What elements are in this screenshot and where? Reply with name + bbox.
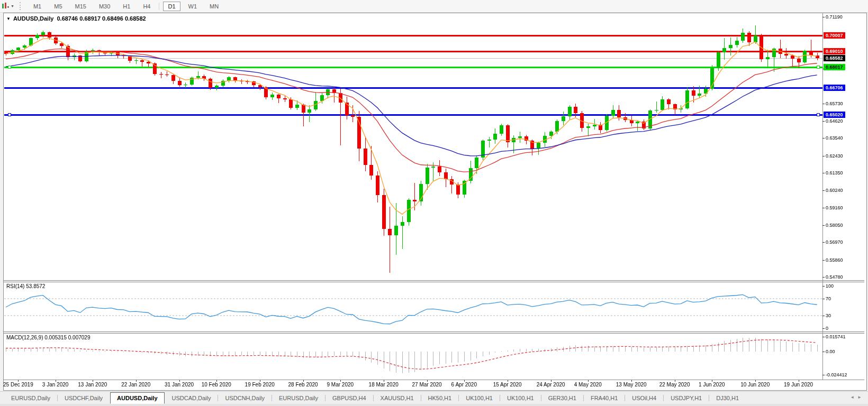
time-axis-label: 19 Feb 2020 bbox=[236, 382, 284, 387]
chart-ohlc-values: 0.68746 0.68917 0.68496 0.68582 bbox=[57, 15, 146, 22]
time-axis-label: 9 Mar 2020 bbox=[317, 382, 364, 387]
macd-tick-mark bbox=[822, 375, 825, 375]
price-badge: 0.68017 bbox=[824, 64, 845, 70]
price-tick-mark bbox=[822, 17, 825, 17]
price-badge: 0.68582 bbox=[824, 55, 845, 61]
tab-audusd-daily[interactable]: AUDUSD,Daily bbox=[110, 392, 164, 404]
timeframe-button-h1[interactable]: H1 bbox=[118, 2, 135, 11]
rsi-tick-label: 70 bbox=[826, 296, 831, 301]
rsi-tick-mark bbox=[822, 299, 825, 299]
tab-ger30-h1[interactable]: GER30,H1 bbox=[541, 393, 583, 403]
macd-tick-label: 0.015741 bbox=[826, 334, 846, 339]
price-tick-mark bbox=[822, 173, 825, 173]
tab-dj30-h1[interactable]: DJ30,H1 bbox=[709, 393, 746, 403]
timeframe-button-d1[interactable]: D1 bbox=[163, 2, 180, 11]
price-badge: 0.66706 bbox=[824, 85, 845, 91]
time-axis-label: 22 Jan 2020 bbox=[112, 382, 160, 387]
price-tick-label: 0.56970 bbox=[826, 239, 843, 245]
price-tick-label: 0.63540 bbox=[826, 135, 843, 141]
timeframe-button-m30[interactable]: M30 bbox=[94, 2, 115, 11]
price-tick-label: 0.62430 bbox=[826, 153, 843, 159]
tab-usoil-h4[interactable]: USOil,H4 bbox=[625, 393, 663, 403]
rsi-tick-label: 0 bbox=[826, 326, 828, 331]
time-axis-label: 10 Jun 2020 bbox=[731, 382, 779, 387]
price-tick-mark bbox=[822, 121, 825, 122]
toolbar-drag-handle[interactable] bbox=[20, 2, 23, 10]
tab-scroll-right-icon[interactable]: ► bbox=[857, 395, 865, 400]
candlestick-chart-icon[interactable]: ◂ bbox=[1, 3, 10, 10]
price-tick-mark bbox=[822, 104, 825, 104]
tab-uk100-h1[interactable]: UK100,H1 bbox=[500, 393, 541, 403]
price-tick-mark bbox=[822, 242, 825, 243]
macd-tick-label: 0.00 bbox=[826, 349, 835, 354]
macd-tick-mark bbox=[822, 352, 825, 352]
macd-tick-mark bbox=[822, 337, 825, 337]
chart-dropdown-icon[interactable]: ▼ bbox=[6, 16, 11, 21]
time-axis-label: 1 Jun 2020 bbox=[688, 382, 736, 387]
time-axis-label: 4 May 2020 bbox=[564, 382, 612, 387]
chart-tab-bar: EURUSD,DailyUSDCHF,DailyAUDUSD,DailyUSDC… bbox=[0, 391, 868, 404]
price-tick-label: 0.64620 bbox=[826, 118, 843, 124]
price-tick-label: 0.65730 bbox=[826, 101, 843, 106]
price-badge: 0.65020 bbox=[824, 112, 845, 118]
time-axis-label: 19 Jun 2020 bbox=[775, 382, 822, 387]
time-axis-label: 15 Apr 2020 bbox=[484, 382, 531, 387]
tab-eurusd-daily[interactable]: EURUSD,Daily bbox=[4, 393, 57, 403]
time-axis-label: 13 Jan 2020 bbox=[69, 382, 116, 387]
price-tick-label: 0.60240 bbox=[826, 188, 843, 193]
toolbar-separator bbox=[159, 3, 159, 10]
price-tick-label: 0.71190 bbox=[826, 14, 843, 20]
timeframe-button-w1[interactable]: W1 bbox=[184, 2, 202, 11]
timeframe-button-h4[interactable]: H4 bbox=[138, 2, 155, 11]
price-badge: 0.69010 bbox=[824, 48, 845, 54]
rsi-tick-mark bbox=[822, 328, 825, 329]
tab-eurusd-daily[interactable]: EURUSD,Daily bbox=[272, 393, 325, 403]
price-tick-label: 0.58050 bbox=[826, 223, 843, 228]
chart-canvas[interactable] bbox=[4, 13, 822, 391]
time-axis-label: 18 Mar 2020 bbox=[360, 382, 408, 387]
price-tick-label: 0.59160 bbox=[826, 205, 843, 210]
time-axis-label: 10 Feb 2020 bbox=[193, 382, 240, 387]
time-axis-border bbox=[4, 380, 864, 380]
macd-tick-label: -0.024412 bbox=[826, 372, 847, 377]
time-axis-label: 6 Apr 2020 bbox=[440, 382, 488, 387]
rsi-tick-label: 100 bbox=[826, 283, 834, 289]
timeframe-button-mn[interactable]: MN bbox=[205, 2, 223, 11]
tab-scroll-left-icon[interactable]: ◄ bbox=[850, 395, 857, 400]
time-axis-label: 13 May 2020 bbox=[608, 382, 655, 387]
tab-usdcnh-daily[interactable]: USDCNH,Daily bbox=[218, 393, 272, 403]
tab-hk50-h1[interactable]: HK50,H1 bbox=[421, 393, 459, 403]
pane-separator-macd[interactable] bbox=[4, 331, 864, 334]
price-tick-mark bbox=[822, 277, 825, 278]
tab-usdcad-daily[interactable]: USDCAD,Daily bbox=[165, 393, 218, 403]
tab-xauusd-h1[interactable]: XAUUSD,H1 bbox=[374, 393, 421, 403]
price-tick-mark bbox=[822, 225, 825, 226]
price-axis-border bbox=[822, 13, 823, 380]
chart-title: ▼AUDUSD,Daily 0.68746 0.68917 0.68496 0.… bbox=[6, 15, 146, 22]
timeframe-button-m15[interactable]: M15 bbox=[70, 2, 91, 11]
timeframe-button-m5[interactable]: M5 bbox=[49, 2, 67, 11]
price-tick-label: 0.61350 bbox=[826, 170, 843, 176]
price-tick-label: 0.55860 bbox=[826, 257, 843, 263]
status-strip bbox=[0, 404, 868, 406]
tab-usdjpy-h1[interactable]: USDJPY,H1 bbox=[664, 393, 709, 403]
rsi-indicator-label: RSI(14) 53.8572 bbox=[6, 283, 45, 289]
tab-scroll-arrows: ◄► bbox=[850, 395, 865, 400]
tab-gbpusd-h4[interactable]: GBPUSD,H4 bbox=[326, 393, 373, 403]
price-tick-mark bbox=[822, 156, 825, 156]
pane-separator-rsi[interactable] bbox=[4, 280, 864, 282]
macd-indicator-label: MACD(12,26,9) 0.005315 0.007029 bbox=[6, 335, 90, 340]
price-tick-mark bbox=[822, 190, 825, 191]
chevron-down-icon[interactable]: ▼ bbox=[11, 4, 14, 8]
chart-symbol-title: AUDUSD,Daily bbox=[13, 15, 53, 22]
tab-uk100-h1[interactable]: UK100,H1 bbox=[459, 393, 500, 403]
price-tick-label: 0.54780 bbox=[826, 274, 843, 280]
rsi-tick-label: 30 bbox=[826, 313, 831, 318]
tab-fra40-h1[interactable]: FRA40,H1 bbox=[584, 393, 625, 403]
tab-usdchf-daily[interactable]: USDCHF,Daily bbox=[58, 393, 110, 403]
rsi-tick-mark bbox=[822, 316, 825, 316]
price-badge: 0.70007 bbox=[824, 32, 845, 39]
price-tick-mark bbox=[822, 138, 825, 139]
timeframe-button-m1[interactable]: M1 bbox=[29, 2, 46, 11]
rsi-tick-mark bbox=[822, 286, 825, 287]
